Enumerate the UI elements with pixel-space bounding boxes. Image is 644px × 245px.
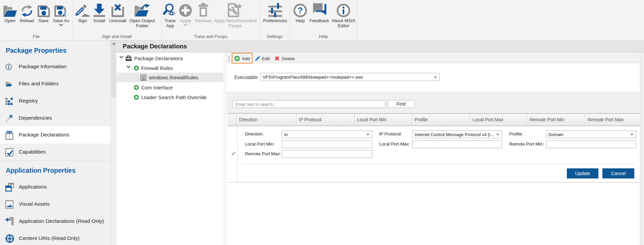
svg-text:?: ? xyxy=(298,5,303,15)
